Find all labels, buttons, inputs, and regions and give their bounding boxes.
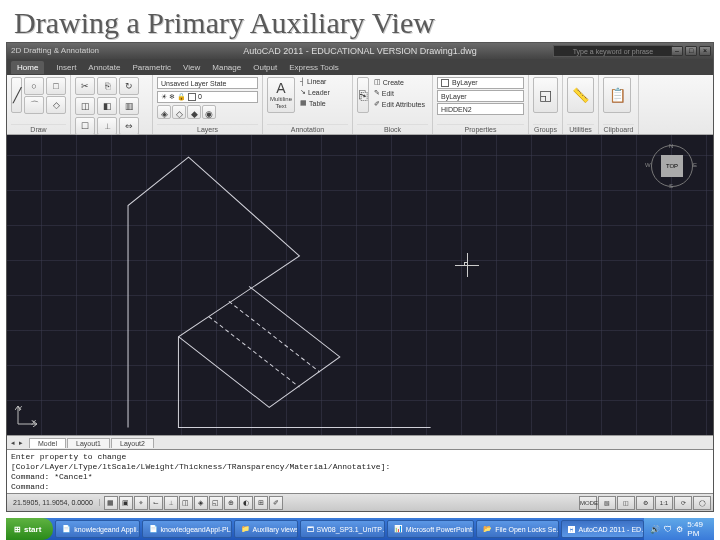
line-button[interactable]: ╱: [11, 77, 22, 113]
tab-output[interactable]: Output: [253, 63, 277, 72]
array-button[interactable]: ▥: [119, 97, 139, 115]
color-dropdown[interactable]: ByLayer: [437, 77, 524, 89]
vc-north[interactable]: N: [669, 143, 673, 149]
taskbar-item[interactable]: 📊Microsoft PowerPoint…: [387, 520, 475, 538]
tpy-toggle[interactable]: ⊞: [254, 496, 268, 510]
start-button[interactable]: ⊞ start: [6, 518, 53, 540]
vc-east[interactable]: E: [693, 162, 697, 168]
arc-button[interactable]: ⌒: [24, 96, 44, 114]
poly-button[interactable]: ◇: [46, 96, 66, 114]
windows-logo-icon: ⊞: [14, 525, 21, 534]
tab-nav-left[interactable]: ◂: [11, 439, 15, 447]
layerbtn2[interactable]: ◇: [172, 105, 186, 119]
layerbtn4[interactable]: ◉: [202, 105, 216, 119]
offset-button[interactable]: ☐: [75, 117, 95, 135]
anno-scale[interactable]: 1:1: [655, 496, 673, 510]
insert-block-button[interactable]: ⎘: [357, 77, 369, 113]
vc-south[interactable]: S: [669, 183, 673, 189]
minimize-button[interactable]: –: [671, 46, 683, 56]
rotate-button[interactable]: ↻: [119, 77, 139, 95]
svg-line-1: [229, 301, 320, 372]
panel-label: Properties: [437, 124, 524, 134]
lwt-toggle[interactable]: ◐: [239, 496, 253, 510]
paste-button[interactable]: 📋: [603, 77, 631, 113]
panel-block: ⎘ ◫Create ✎Edit ✐Edit Attributes Block: [353, 75, 433, 134]
trim-button[interactable]: ✂: [75, 77, 95, 95]
stretch-button[interactable]: ⇔: [119, 117, 139, 135]
ortho-toggle[interactable]: ⌖: [134, 496, 148, 510]
tab-nav-right[interactable]: ▸: [19, 439, 23, 447]
tab-manage[interactable]: Manage: [212, 63, 241, 72]
status-r5[interactable]: ⟳: [674, 496, 692, 510]
group-button[interactable]: ◱: [533, 77, 558, 113]
measure-button[interactable]: 📏: [567, 77, 594, 113]
lineweight-dropdown[interactable]: ByLayer: [437, 90, 524, 102]
taskbar-item[interactable]: 🗔SW08_SP3.1_UniTP…: [300, 520, 385, 538]
leader-button[interactable]: ↘Leader: [297, 87, 333, 97]
status-r3[interactable]: ⚙: [636, 496, 654, 510]
circle-button[interactable]: ○: [24, 77, 44, 95]
tray-icon[interactable]: ⚙: [676, 525, 683, 534]
layout-tabs: ◂ ▸ Model Layout1 Layout2: [7, 435, 713, 449]
workspace-selector[interactable]: 2D Drafting & Annotation: [11, 43, 99, 59]
tab-view[interactable]: View: [183, 63, 200, 72]
viewcube[interactable]: TOP N S E W: [651, 145, 693, 187]
viewcube-face[interactable]: TOP: [661, 155, 683, 177]
mtext-button[interactable]: A Multiline Text: [267, 77, 295, 113]
block-edit-button[interactable]: ✎Edit: [371, 88, 428, 98]
vc-west[interactable]: W: [645, 162, 651, 168]
tab-layout1[interactable]: Layout1: [67, 438, 110, 448]
taskbar-item[interactable]: 📄knowledgeand Appli…: [55, 520, 139, 538]
taskbar-item[interactable]: 📂File Open Locks Se…: [476, 520, 559, 538]
tab-express[interactable]: Express Tools: [289, 63, 339, 72]
ducs-toggle[interactable]: ◱: [209, 496, 223, 510]
tab-annotate[interactable]: Annotate: [88, 63, 120, 72]
dyn-toggle[interactable]: ⊕: [224, 496, 238, 510]
status-r1[interactable]: ▧: [598, 496, 616, 510]
snap-toggle[interactable]: ▦: [104, 496, 118, 510]
tab-home[interactable]: Home: [11, 61, 44, 74]
coords-display[interactable]: 21.5905, 11.9054, 0.0000: [7, 499, 100, 506]
fillet-button[interactable]: ⟂: [97, 117, 117, 135]
tray-icon[interactable]: 🔊: [650, 525, 660, 534]
status-r6[interactable]: ◯: [693, 496, 711, 510]
linetype-dropdown[interactable]: HIDDEN2: [437, 103, 524, 115]
tab-parametric[interactable]: Parametric: [132, 63, 171, 72]
drawing-canvas[interactable]: TOP N S E W Y X: [7, 135, 713, 435]
taskbar-item[interactable]: 📄knowledgeandAppl-PL…: [142, 520, 232, 538]
panel-label: Groups: [533, 124, 558, 134]
model-paper[interactable]: MODE: [579, 496, 597, 510]
block-create-button[interactable]: ◫Create: [371, 77, 428, 87]
app-titlebar: 2D Drafting & Annotation AutoCAD 2011 - …: [7, 43, 713, 59]
window-buttons: – □ ×: [671, 46, 711, 56]
osnap-toggle[interactable]: ⟂: [164, 496, 178, 510]
tray-icon[interactable]: 🛡: [664, 525, 672, 534]
otrack-toggle[interactable]: ◈: [194, 496, 208, 510]
copy-button[interactable]: ⎘: [97, 77, 117, 95]
layerbtn1[interactable]: ◈: [157, 105, 171, 119]
layer-state-dropdown[interactable]: Unsaved Layer State: [157, 77, 258, 89]
linear-dim-button[interactable]: ┤Linear: [297, 77, 333, 86]
tab-model[interactable]: Model: [29, 438, 66, 448]
polar-toggle[interactable]: ⌙: [149, 496, 163, 510]
grid-toggle[interactable]: ▣: [119, 496, 133, 510]
taskbar-item[interactable]: 📁Auxiliary views: [234, 520, 298, 538]
clock[interactable]: 5:49 PM: [687, 520, 708, 538]
command-window[interactable]: Enter property to change [Color/LAyer/LT…: [7, 449, 713, 493]
mirror-button[interactable]: ◫: [75, 97, 95, 115]
close-button[interactable]: ×: [699, 46, 711, 56]
3dosnap-toggle[interactable]: ◫: [179, 496, 193, 510]
tab-layout2[interactable]: Layout2: [111, 438, 154, 448]
taskbar-item-active[interactable]: 🅰AutoCAD 2011 - ED…: [561, 520, 644, 538]
layer-dropdown[interactable]: ☀ ❄ 🔒 0: [157, 91, 258, 103]
tab-insert[interactable]: Insert: [56, 63, 76, 72]
infocenter-search[interactable]: Type a keyword or phrase: [553, 45, 673, 57]
rect-button[interactable]: □: [46, 77, 66, 95]
scale-button[interactable]: ◧: [97, 97, 117, 115]
block-attr-button[interactable]: ✐Edit Attributes: [371, 99, 428, 109]
maximize-button[interactable]: □: [685, 46, 697, 56]
qp-toggle[interactable]: ✐: [269, 496, 283, 510]
layerbtn3[interactable]: ◆: [187, 105, 201, 119]
status-r2[interactable]: ◫: [617, 496, 635, 510]
table-button[interactable]: ▦Table: [297, 98, 333, 108]
